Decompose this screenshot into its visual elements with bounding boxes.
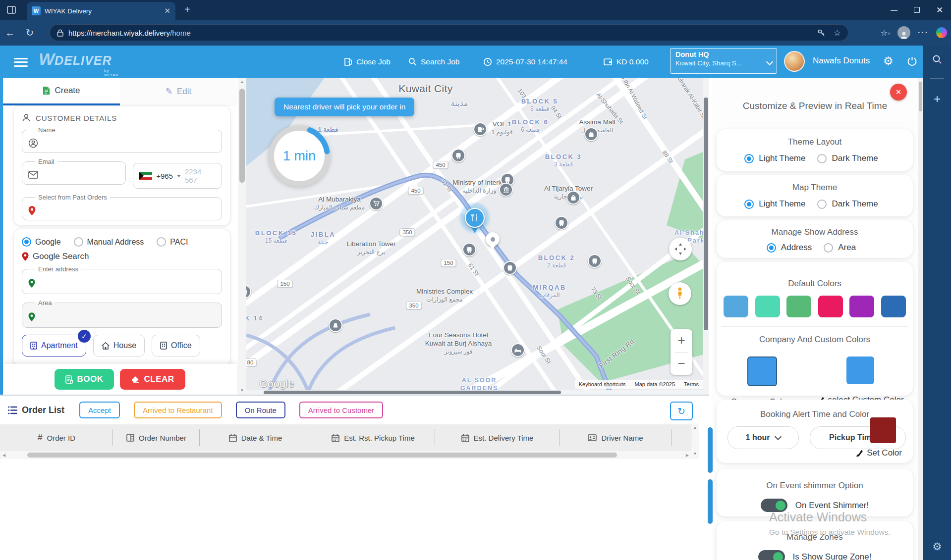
filter-on-route[interactable]: On Route [236, 402, 285, 418]
alert-color-swatch[interactable] [870, 417, 896, 443]
hamburger-menu-icon[interactable] [14, 55, 28, 69]
phone-field[interactable]: +965 2234 567 [133, 163, 222, 189]
name-field[interactable]: Name [22, 126, 222, 153]
password-key-icon[interactable] [817, 29, 826, 37]
window-maximize-button[interactable] [905, 0, 928, 20]
pan-control[interactable] [669, 238, 692, 260]
zoom-in-button[interactable]: + [671, 329, 692, 352]
radio-paci-label: PACI [170, 238, 188, 247]
enter-address-field[interactable]: Enter address [22, 265, 222, 294]
radio-address[interactable] [767, 243, 776, 253]
pegman-control[interactable] [669, 282, 691, 305]
favorite-star-icon[interactable]: ☆ [834, 28, 841, 38]
column-header-est-delivery-time: Est. Delivery Time [435, 424, 559, 451]
fork-knife-icon [471, 214, 479, 222]
radio-google-label: Google [35, 238, 61, 247]
browser-menu-icon[interactable]: ··· [918, 28, 929, 37]
map-canvas[interactable]: Kuwait Cityمدينة103 St94 StAl-Shuhada St… [246, 78, 709, 395]
map-label: BLOCK 6قطعة 6 [512, 118, 549, 134]
tab-edit[interactable]: ✎ Edit [120, 78, 237, 105]
map-label: قطعة 1 [318, 126, 338, 134]
past-orders-field[interactable]: Select from Past Orders [22, 194, 222, 220]
clear-button[interactable]: CLEAR [120, 369, 185, 390]
order-list-icon [8, 406, 18, 414]
tab-create[interactable]: Create [3, 78, 120, 105]
panel-edge-bar [708, 427, 713, 473]
search-job-button[interactable]: Search Job [408, 46, 459, 78]
phone-country-code[interactable]: +965 [156, 172, 173, 180]
default-color-swatch-2[interactable] [755, 296, 780, 317]
browser-tab-strip: W WIYAK Delivery ✕ + — ✕ [0, 0, 951, 20]
tab-close-icon[interactable]: ✕ [164, 6, 170, 15]
table-vertical-scrollbar[interactable]: ▲ ▼ [691, 424, 699, 459]
refresh-button[interactable]: ↻ [20, 27, 40, 39]
form-scrollbar[interactable]: ▲ ▼ [238, 78, 246, 395]
route-shield: 150 [441, 259, 456, 267]
keyboard-shortcuts-link[interactable]: Keyboard shortcuts [579, 381, 626, 387]
house-button[interactable]: House [93, 335, 145, 356]
browser-tab[interactable]: W WIYAK Delivery ✕ [27, 2, 175, 20]
email-field[interactable]: Email [22, 158, 126, 185]
refresh-orders-button[interactable]: ↻ [670, 402, 693, 420]
terms-link[interactable]: Terms [684, 381, 699, 387]
radio-map-dark-theme[interactable] [817, 200, 827, 209]
window-close-button[interactable]: ✕ [928, 0, 951, 20]
house-icon [102, 342, 110, 350]
route-shield: 80 [246, 358, 256, 366]
sidebar-add-icon[interactable]: + [923, 92, 951, 106]
book-button[interactable]: BOOK [55, 369, 114, 390]
table-horizontal-scrollbar[interactable]: ◀ ▶ [0, 451, 691, 459]
default-color-swatch-1[interactable] [724, 296, 748, 317]
sidebar-settings-icon[interactable]: ⚙ [923, 541, 951, 553]
map-label: Al Mubarakiyaمطعم شباب المبارك [314, 196, 365, 211]
radio-area[interactable] [824, 243, 833, 253]
surge-zone-toggle[interactable] [758, 550, 785, 560]
default-color-swatch-3[interactable] [786, 296, 811, 317]
radio-map-light-theme[interactable] [744, 200, 754, 209]
alert-time-select[interactable]: 1 hour [727, 426, 799, 449]
map-label: Kuwait City [398, 82, 452, 95]
logout-power-icon[interactable] [907, 56, 917, 66]
back-button[interactable]: ← [0, 27, 20, 39]
favorites-bar-icon[interactable]: ☆≡ [881, 28, 890, 38]
lock-icon [57, 29, 63, 37]
filter-arrived-to-customer[interactable]: Arrived to Customer [299, 402, 383, 418]
app-bar: WDELIVER by WIYAK Close Job Search Job 2… [0, 46, 923, 78]
settings-gear-icon[interactable]: ⚙ [883, 54, 894, 68]
default-color-swatch-6[interactable] [881, 296, 906, 317]
area-field[interactable]: Area [22, 299, 222, 328]
new-tab-button[interactable]: + [184, 4, 190, 15]
tab-list-icon[interactable] [7, 5, 16, 14]
sidebar-search-icon[interactable] [932, 54, 942, 64]
radio-google[interactable] [22, 237, 31, 247]
shimmer-toggle[interactable] [761, 499, 787, 512]
zoom-out-button[interactable]: − [671, 353, 692, 375]
filter-accept[interactable]: Accept [79, 402, 120, 418]
edge-sidebar: + ⚙ [923, 46, 951, 560]
default-color-swatch-5[interactable] [849, 296, 874, 317]
map-vertical-scrollbar[interactable] [703, 78, 709, 395]
merchant-avatar[interactable] [784, 51, 805, 72]
apartment-button[interactable]: Apartment ✓ [22, 335, 86, 356]
branch-selector[interactable]: Donut HQ Kuwait City, Sharq S... [670, 48, 777, 74]
panel-scrollbar[interactable] [918, 78, 923, 560]
radio-dark-theme[interactable] [817, 154, 827, 163]
close-panel-icon[interactable]: ✕ [890, 84, 907, 101]
default-color-swatch-4[interactable] [818, 296, 843, 317]
set-color-button[interactable]: Set Color [856, 448, 902, 458]
radio-light-theme[interactable] [744, 154, 754, 163]
close-job-button[interactable]: Close Job [344, 46, 391, 78]
radio-manual-address[interactable] [74, 237, 83, 247]
custom-color-swatch[interactable] [846, 356, 874, 384]
address-bar[interactable]: https://merchant.wiyak.delivery/home ☆ [50, 24, 848, 41]
map-horizontal-scrollbar[interactable] [246, 390, 703, 395]
radio-paci[interactable] [157, 237, 166, 247]
office-button[interactable]: Office [152, 335, 200, 356]
window-minimize-button[interactable]: — [883, 0, 905, 20]
browser-profile-avatar[interactable] [897, 26, 910, 39]
filter-arrived-to-restaurant[interactable]: Arrived to Restaurant [134, 402, 222, 418]
tab-title: WIYAK Delivery [45, 7, 160, 15]
company-color-swatch[interactable] [747, 356, 777, 386]
copilot-icon[interactable] [936, 27, 947, 38]
column-header-extra [671, 424, 691, 451]
